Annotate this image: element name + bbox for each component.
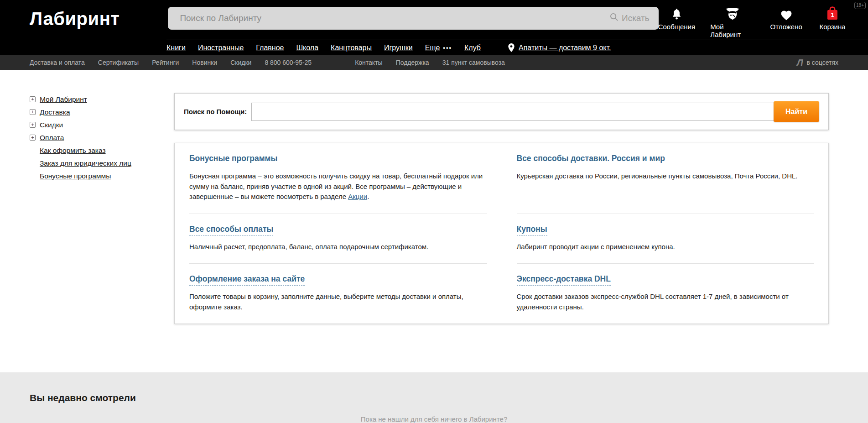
help-search-label: Поиск по Помощи: (184, 108, 247, 115)
help-topics-panel: Бонусные программы Бонусная программа – … (174, 143, 829, 324)
nav-item-stationery[interactable]: Канцтовары (331, 44, 372, 52)
subnav-new[interactable]: Новинки (192, 59, 217, 66)
delivery-city-selector[interactable]: Апатиты — доставим 9 окт. (508, 43, 611, 52)
nav-more-label: Еще (425, 44, 440, 52)
cart-label: Корзина (819, 23, 845, 31)
sidebar-item-my-labirint: + Мой Лабиринт (30, 95, 174, 104)
help-card-title-link[interactable]: Оформление заказа на сайте (189, 274, 305, 286)
nav-item-club[interactable]: Клуб (464, 44, 481, 52)
help-card-title-link[interactable]: Все способы оплаты (189, 225, 273, 236)
help-card-body: Положите товары в корзину, заполните дан… (189, 292, 487, 312)
nav-item-more[interactable]: Еще ••• (425, 44, 452, 52)
search-submit-label: Искать (622, 13, 650, 23)
site-search-submit-button[interactable]: Искать (610, 13, 650, 24)
nav-item-main[interactable]: Главное (256, 44, 284, 52)
cart-count: 1 (831, 11, 834, 18)
postponed-button[interactable]: Отложено (770, 7, 802, 38)
expand-plus-icon[interactable]: + (30, 122, 36, 128)
header: Лабиринт Искать Сообщения Мой Лабиринт (0, 0, 868, 40)
postponed-label: Отложено (770, 23, 802, 31)
help-sidebar: + Мой Лабиринт + Доставка + Скидки + Опл… (0, 70, 174, 372)
find-button-label: Найти (785, 108, 807, 115)
recently-viewed-title: Вы недавно смотрели (0, 372, 868, 403)
messages-label: Сообщения (658, 23, 695, 31)
subnav-ratings[interactable]: Рейтинги (152, 59, 179, 66)
nav-item-foreign[interactable]: Иностранные (198, 44, 244, 52)
subnav-certificates[interactable]: Сертификаты (98, 59, 139, 66)
social-networks-link[interactable]: Л в соцсетях (797, 57, 839, 68)
expand-plus-icon[interactable]: + (30, 135, 36, 141)
expand-plus-icon[interactable]: + (30, 109, 36, 115)
subnav-delivery-payment[interactable]: Доставка и оплата (30, 59, 85, 66)
help-card-text-end: . (367, 193, 369, 200)
help-card-body: Наличный расчет, предоплата, баланс, опл… (189, 242, 487, 252)
header-nav-row: Книги Иностранные Главное Школа Канцтова… (0, 40, 868, 55)
help-card-title-link[interactable]: Бонусные программы (189, 154, 277, 165)
minotaur-icon (724, 7, 741, 21)
sidebar-link-legal-entities[interactable]: Заказ для юридических лиц (40, 159, 131, 167)
site-search-input[interactable] (180, 13, 610, 23)
sidebar-item-how-to-order: Как оформить заказ (40, 146, 174, 155)
nav-item-toys[interactable]: Игрушки (384, 44, 413, 52)
secondary-nav: Доставка и оплата Сертификаты Рейтинги Н… (0, 55, 868, 70)
nav-item-school[interactable]: Школа (296, 44, 318, 52)
help-card-payment-methods: Все способы оплаты Наличный расчет, пред… (175, 214, 502, 264)
sidebar-link-bonus-programs[interactable]: Бонусные программы (40, 172, 111, 180)
cart-button[interactable]: 1 Корзина (817, 7, 847, 38)
help-card-dhl-express: Экспресс-доставка DHL Срок доставки зака… (502, 264, 829, 324)
delivery-city-label: Апатиты — доставим 9 окт. (519, 44, 611, 52)
sidebar-item-payment: + Оплата (30, 133, 174, 142)
location-pin-icon (508, 43, 515, 52)
help-card-order-placement: Оформление заказа на сайте Положите това… (175, 264, 502, 324)
bell-icon (671, 7, 682, 21)
sidebar-link-discounts[interactable]: Скидки (40, 121, 63, 129)
help-card-coupons: Купоны Лабиринт проводит акции с примене… (502, 214, 829, 264)
support-phone: 8 800 600-95-25 (265, 59, 312, 66)
subnav-contacts[interactable]: Контакты (355, 59, 382, 66)
help-card-body: Лабиринт проводит акции с применением ку… (517, 242, 814, 252)
help-content: Поиск по Помощи: Найти Бонусные программ… (174, 70, 868, 372)
my-labirint-button[interactable]: Мой Лабиринт (710, 7, 755, 38)
main-area: + Мой Лабиринт + Доставка + Скидки + Опл… (0, 70, 868, 372)
sidebar-item-discounts: + Скидки (30, 120, 174, 129)
sidebar-item-legal-entities: Заказ для юридических лиц (40, 159, 174, 167)
bag-icon: 1 (826, 7, 839, 21)
recently-viewed-empty-hint: Пока не нашли для себя ничего в Лабиринт… (0, 415, 868, 423)
site-search[interactable]: Искать (168, 7, 658, 30)
help-card-text: Бонусная программа – это возможность пол… (189, 172, 483, 200)
help-card-title-link[interactable]: Купоны (517, 225, 547, 236)
find-button[interactable]: Найти (774, 101, 819, 122)
labirint-logo[interactable]: Лабиринт (30, 9, 120, 29)
sidebar-link-my-labirint[interactable]: Мой Лабиринт (40, 95, 87, 104)
nav-item-books[interactable]: Книги (166, 44, 186, 52)
expand-plus-icon[interactable]: + (30, 96, 36, 102)
subnav-discounts[interactable]: Скидки (230, 59, 251, 66)
sidebar-link-delivery[interactable]: Доставка (40, 108, 70, 116)
labirint-lambda-icon: Л (795, 57, 804, 68)
help-card-body: Бонусная программа – это возможность пол… (189, 171, 487, 202)
help-card-title-link[interactable]: Экспресс-доставка DHL (517, 274, 611, 286)
footer: Вы недавно смотрели Пока не нашли для се… (0, 372, 868, 423)
actions-link[interactable]: Акции (348, 193, 367, 200)
ellipsis-icon: ••• (443, 44, 452, 51)
messages-button[interactable]: Сообщения (659, 7, 695, 38)
age-rating-badge: 18+ (854, 2, 866, 9)
help-card-title-link[interactable]: Все способы доставки. Россия и мир (517, 154, 665, 165)
help-search-input[interactable] (251, 103, 775, 121)
search-icon (610, 13, 619, 24)
header-quick-links: Сообщения Мой Лабиринт Отложено 1 Корзин… (659, 7, 847, 38)
help-search-panel: Поиск по Помощи: Найти (174, 93, 829, 130)
help-card-bonus-programs: Бонусные программы Бонусная программа – … (175, 143, 502, 214)
sidebar-item-bonus-programs: Бонусные программы (40, 172, 174, 180)
subnav-pickup-points[interactable]: 31 пункт самовывоза (442, 59, 505, 66)
help-card-body: Срок доставки заказов экспресс-службой D… (517, 292, 814, 312)
sidebar-item-delivery: + Доставка (30, 108, 174, 116)
sidebar-link-payment[interactable]: Оплата (40, 134, 64, 142)
sidebar-link-how-to-order[interactable]: Как оформить заказ (40, 146, 106, 155)
social-networks-label: в соцсетях (807, 59, 838, 66)
subnav-support[interactable]: Поддержка (396, 59, 429, 66)
help-card-body: Курьерская доставка по России, региональ… (517, 171, 814, 182)
my-labirint-label: Мой Лабиринт (710, 23, 755, 38)
heart-icon (780, 7, 793, 21)
help-card-delivery-methods: Все способы доставки. Россия и мир Курье… (502, 143, 829, 214)
